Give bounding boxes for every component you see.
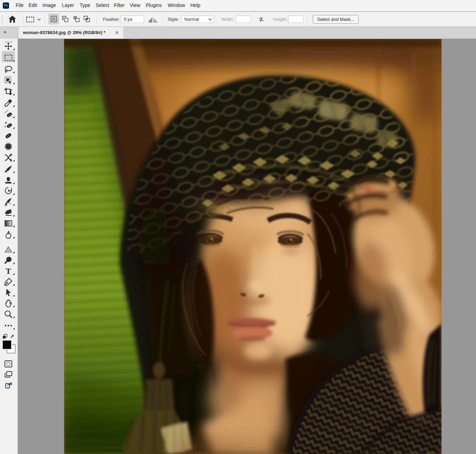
svg-text:T: T bbox=[6, 267, 11, 275]
